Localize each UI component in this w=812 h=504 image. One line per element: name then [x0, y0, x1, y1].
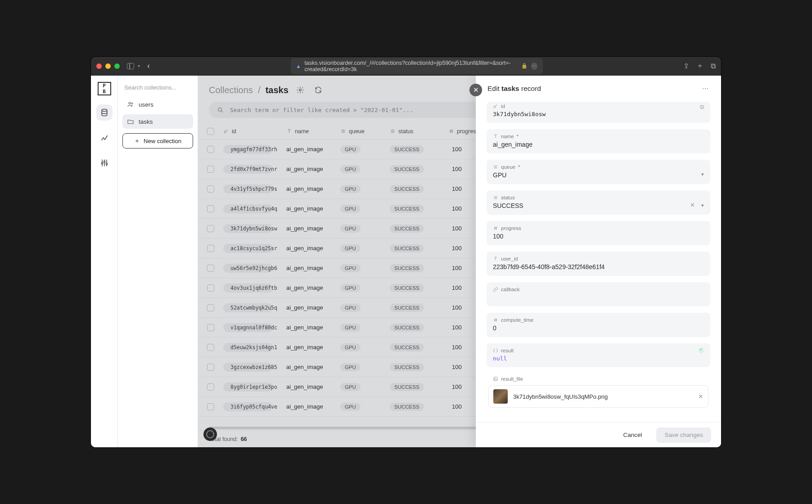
- close-window[interactable]: [96, 63, 102, 69]
- clear-status-button[interactable]: ✕: [690, 202, 695, 208]
- field-id[interactable]: ⧉ id 3k71dybn5wi8osw: [487, 102, 710, 123]
- hash-icon: [493, 317, 498, 323]
- search-collections-input[interactable]: Search collections...: [122, 80, 193, 94]
- json-icon: [493, 348, 498, 353]
- cancel-button[interactable]: Cancel: [615, 428, 650, 443]
- svg-point-0: [102, 109, 107, 112]
- panel-more-button[interactable]: ⋯: [702, 85, 709, 92]
- image-icon: [493, 376, 498, 382]
- svg-point-25: [495, 378, 496, 379]
- tools-icon: [100, 158, 109, 167]
- field-compute-time[interactable]: compute_time 0: [487, 313, 710, 337]
- save-changes-button[interactable]: Save changes: [656, 428, 711, 443]
- site-icon: ▲: [296, 63, 301, 69]
- json-valid-icon: [699, 348, 704, 353]
- url-bar[interactable]: ▲ tasks.visionboarder.com/_/#/collection…: [291, 58, 543, 74]
- field-name[interactable]: name * ai_gen_image: [487, 129, 710, 153]
- panel-title: Edit tasks record: [487, 85, 541, 93]
- folder-icon: [127, 118, 134, 125]
- main-content: Collections / tasks Search term or filte…: [198, 76, 721, 447]
- site-settings-icon[interactable]: ⋯: [531, 63, 537, 70]
- copy-id-icon[interactable]: ⧉: [700, 104, 704, 111]
- chevron-down-icon[interactable]: ▾: [701, 171, 704, 177]
- chevron-down-icon[interactable]: ▾: [138, 63, 140, 68]
- sidebar-item-label: users: [139, 101, 153, 108]
- minimize-window[interactable]: [105, 63, 111, 69]
- svg-point-3: [106, 163, 107, 165]
- field-queue[interactable]: queue * GPU ▾: [487, 160, 710, 184]
- list-icon: [493, 195, 498, 200]
- new-collection-label: New collection: [144, 138, 181, 144]
- field-callback[interactable]: callback: [487, 282, 710, 306]
- database-icon: [100, 108, 109, 117]
- svg-point-23: [494, 106, 496, 108]
- field-id-value: 3k71dybn5wi8osw: [493, 111, 704, 117]
- field-compute-time-value: 0: [493, 324, 704, 332]
- close-panel-button[interactable]: ✕: [469, 84, 482, 96]
- collections-sidebar: Search collections... users tasks ＋ New …: [118, 76, 198, 447]
- field-name-value: ai_gen_image: [493, 141, 704, 148]
- nav-settings[interactable]: [96, 155, 113, 171]
- result-file-item[interactable]: 3k71dybn5wi8osw_fqUIs3qMPo.png ✕: [488, 385, 708, 408]
- browser-titlebar: ▾ ‹ ▲ tasks.visionboarder.com/_/#/collec…: [91, 57, 721, 76]
- field-status[interactable]: status SUCCESS ✕ ▾: [487, 190, 710, 215]
- required-marker: *: [517, 134, 519, 139]
- text-icon: [493, 134, 498, 139]
- field-status-value: SUCCESS: [493, 202, 523, 209]
- file-thumbnail: [493, 389, 508, 404]
- svg-point-2: [104, 161, 105, 162]
- app-logo: PB: [98, 82, 111, 95]
- chevron-down-icon[interactable]: ▾: [701, 202, 704, 208]
- window-controls: [96, 63, 120, 69]
- nav-collections[interactable]: [96, 104, 113, 121]
- required-marker: *: [518, 164, 520, 170]
- sidebar-item-label: tasks: [139, 118, 153, 125]
- back-button[interactable]: ‹: [147, 61, 150, 71]
- text-icon: [493, 256, 498, 261]
- nav-rail: PB: [91, 76, 118, 447]
- chart-icon: [100, 133, 109, 142]
- share-icon[interactable]: ⇪: [683, 62, 689, 70]
- field-result[interactable]: result null: [487, 343, 710, 367]
- field-progress-value: 100: [493, 233, 704, 240]
- tabs-icon[interactable]: ⧉: [711, 62, 716, 70]
- svg-rect-24: [494, 377, 497, 381]
- lock-icon: 🔒: [521, 63, 528, 69]
- field-progress[interactable]: progress 100: [487, 221, 710, 245]
- plus-icon: ＋: [134, 137, 140, 145]
- list-icon: [493, 164, 498, 170]
- field-queue-value: GPU: [493, 171, 506, 179]
- nav-logs[interactable]: [96, 130, 113, 146]
- edit-record-panel: ✕ Edit tasks record ⋯ ⧉ id 3k71dybn5wi8: [476, 76, 721, 447]
- field-result-value: null: [493, 355, 704, 362]
- field-user-id-value: 223b7fd9-6545-40f8-a529-32f2f48e61f4: [493, 263, 704, 270]
- sidebar-item-tasks[interactable]: tasks: [122, 114, 193, 129]
- url-text: tasks.visionboarder.com/_/#/collections?…: [304, 60, 518, 72]
- new-collection-button[interactable]: ＋ New collection: [122, 133, 193, 148]
- svg-point-5: [131, 103, 133, 104]
- maximize-window[interactable]: [114, 63, 120, 69]
- sidebar-item-users[interactable]: users: [122, 97, 193, 112]
- new-tab-icon[interactable]: ＋: [696, 61, 704, 71]
- field-result-file: result_file 3k71dybn5wi8osw_fqUIs3qMPo.p…: [487, 374, 710, 408]
- remove-file-button[interactable]: ✕: [698, 393, 704, 400]
- link-icon: [493, 287, 498, 292]
- svg-point-1: [101, 162, 103, 164]
- help-button[interactable]: [203, 428, 217, 441]
- field-user-id[interactable]: user_id 223b7fd9-6545-40f8-a529-32f2f48e…: [487, 252, 710, 276]
- key-icon: [493, 104, 498, 109]
- hash-icon: [493, 225, 498, 231]
- sidebar-toggle-icon[interactable]: [127, 63, 134, 69]
- users-icon: [127, 101, 134, 108]
- svg-point-4: [129, 102, 131, 104]
- file-name: 3k71dybn5wi8osw_fqUIs3qMPo.png: [513, 393, 693, 400]
